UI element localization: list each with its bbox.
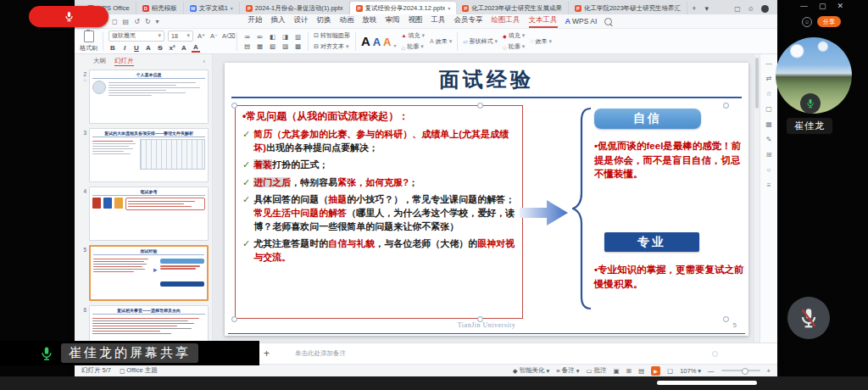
slide-thumbnail[interactable]: 复试的大体流程及各项安排——整理文件夹解析 xyxy=(89,128,209,182)
speaking-indicator-pill[interactable] xyxy=(29,6,108,27)
align-center-button[interactable]: ▦ xyxy=(255,42,264,50)
major-badge[interactable]: 专业 xyxy=(604,232,699,252)
menu-切换[interactable]: 切换 xyxy=(317,15,331,28)
confidence-badge[interactable]: 自信 xyxy=(594,109,701,129)
menu-审阅[interactable]: 审阅 xyxy=(386,15,400,28)
indent-decrease-button[interactable]: ◧ xyxy=(268,33,277,41)
menu-文本工具[interactable]: 文本工具 xyxy=(529,15,558,28)
zoom-level[interactable]: 107%▾ xyxy=(680,367,701,375)
text-fill-button[interactable]: ▲填充▾ xyxy=(402,31,425,40)
notes-placeholder[interactable]: 单击此处添加备注 xyxy=(295,349,346,358)
numbering-button[interactable]: ≕ xyxy=(255,33,264,41)
view-normal-button[interactable]: ▣ xyxy=(614,367,620,375)
align-text-button[interactable]: ⊟对齐文本▾ xyxy=(314,42,350,51)
add-slide-button[interactable]: + xyxy=(264,348,270,359)
undo-icon[interactable]: ↺ xyxy=(134,18,140,25)
text-preset-orange[interactable]: A xyxy=(383,36,391,48)
new-tab-button[interactable]: + xyxy=(687,2,700,14)
collapse-panel-button[interactable]: ‹ xyxy=(203,58,206,65)
slideshow-play-button[interactable]: ▶ xyxy=(651,366,660,376)
shape-style-button[interactable]: ▱形状样式▾ xyxy=(463,37,498,46)
document-tab[interactable]: P化工学院2023年硕士研究生培养汇 xyxy=(569,2,687,14)
bold-button[interactable]: B xyxy=(108,44,117,52)
menu-绘图工具[interactable]: 绘图工具 xyxy=(492,15,520,28)
right-arrow-shape[interactable] xyxy=(520,197,569,229)
fit-slide-button[interactable]: ▢ xyxy=(667,367,673,375)
char-spacing-button[interactable]: A xyxy=(144,44,153,52)
vertical-scrollbar[interactable] xyxy=(754,54,760,343)
font-name-select[interactable]: 微软雅黑▾ xyxy=(108,31,164,42)
notes-split-handle[interactable] xyxy=(712,351,718,357)
selection-handle[interactable] xyxy=(723,103,729,109)
brace-shape[interactable] xyxy=(572,107,593,310)
interface-layout-icon[interactable]: ▢ xyxy=(734,5,741,13)
notes-button[interactable]: ≡备注▾ xyxy=(556,366,579,375)
document-tab[interactable]: P化工2023年硕士研究生发展成果 xyxy=(456,2,569,14)
menu-动画[interactable]: 动画 xyxy=(340,15,354,28)
document-tab[interactable]: D稻壳模板 xyxy=(136,2,184,14)
slide-thumbnail[interactable]: 个人基本信息 xyxy=(89,70,209,124)
font-color-button[interactable]: A xyxy=(192,43,200,53)
print-icon[interactable]: ▤ xyxy=(123,18,130,25)
text-preset-blue[interactable]: A xyxy=(373,36,381,48)
meeting-avatar-icon[interactable]: ☺ xyxy=(802,17,812,27)
document-tab[interactable]: P复试经验分享2024.3.12.pptx▾ xyxy=(350,2,457,14)
indent-increase-button[interactable]: ◨ xyxy=(281,33,290,41)
save-icon[interactable]: ◻ xyxy=(112,18,118,25)
zoom-slider[interactable] xyxy=(721,370,760,371)
italic-button[interactable]: I xyxy=(120,44,129,52)
menu-开始[interactable]: 开始 xyxy=(248,15,263,28)
selection-handle[interactable] xyxy=(231,103,237,109)
decrease-font-button[interactable]: A⁻ xyxy=(209,32,219,40)
strikethrough-button[interactable]: S xyxy=(156,44,164,52)
superscript-button[interactable]: x² xyxy=(168,44,176,52)
meeting-maximize[interactable]: ▢ xyxy=(819,2,826,10)
document-tab[interactable]: W文字文稿1▾ xyxy=(184,2,240,14)
comments-button[interactable]: ▭批注 xyxy=(586,366,606,375)
smart-beautify-button[interactable]: ◆智能美化▾ xyxy=(513,366,550,375)
more-tools-icon[interactable]: ≡ xyxy=(767,181,771,189)
wps-ai-menu[interactable]: AWPS AI xyxy=(565,17,598,25)
zoom-slider-knob[interactable] xyxy=(742,368,748,375)
taskbar-active-item[interactable] xyxy=(657,381,757,385)
switch-panel-icon[interactable]: ⇄ xyxy=(766,75,772,82)
view-sorter-button[interactable]: ⊞ xyxy=(626,367,632,375)
search-icon[interactable] xyxy=(604,18,612,25)
selection-handle[interactable] xyxy=(477,103,483,109)
slide-5[interactable]: 面试经验 •常见问题（从我的面试流程谈起）： ✓简历（尤其参加的比赛、参与的科研… xyxy=(225,63,748,336)
menu-视图[interactable]: 视图 xyxy=(409,15,423,28)
justify-button[interactable]: ▨ xyxy=(281,42,290,50)
distribute-button[interactable]: ▩ xyxy=(293,42,303,50)
slide-thumbnail[interactable]: 面试经验▸ xyxy=(89,245,209,301)
shape-outline-button[interactable]: ◇轮廓▾ xyxy=(503,42,525,51)
paste-button[interactable]: 格式刷 xyxy=(80,31,97,53)
align-left-button[interactable]: ▤ xyxy=(242,42,252,50)
menu-工具[interactable]: 工具 xyxy=(431,15,446,28)
shape-effects-button[interactable]: ◌效果▾ xyxy=(530,37,552,46)
layout-grid-icon[interactable]: ⊞ xyxy=(766,151,772,159)
menu-设计[interactable]: 设计 xyxy=(294,15,309,28)
line-spacing-button[interactable]: ▥ xyxy=(293,33,303,41)
text-outline-button[interactable]: △轮廓▾ xyxy=(402,42,425,51)
annotate-icon[interactable]: ✎ xyxy=(766,136,772,143)
theme-indicator[interactable]: ◻Office 主题 xyxy=(120,366,158,375)
zoom-out-button[interactable]: — xyxy=(708,367,715,375)
redo-icon[interactable]: ↻ xyxy=(145,18,151,25)
align-right-button[interactable]: ▧ xyxy=(268,42,277,50)
skin-center-icon[interactable]: ☺ xyxy=(748,5,754,13)
account-avatar[interactable] xyxy=(761,5,769,13)
font-size-select[interactable]: 18▾ xyxy=(168,31,193,42)
menu-放映[interactable]: 放映 xyxy=(363,15,377,28)
share-button[interactable]: 分享 xyxy=(817,16,841,27)
favorites-icon[interactable]: ☆ xyxy=(765,90,771,98)
convert-smartart-button[interactable]: ⊡转智能图形 xyxy=(314,31,350,40)
slide-thumbnail[interactable]: 复试相关事宜——选择导师及去向 xyxy=(89,305,209,343)
increase-font-button[interactable]: A⁺ xyxy=(197,32,206,40)
tab-outline[interactable]: 大纲 xyxy=(93,57,106,65)
text-preset-black[interactable]: A xyxy=(361,34,370,48)
slide-text-box[interactable]: •常见问题（从我的面试流程谈起）： ✓简历（尤其参加的比赛、参与的科研）、成绩单… xyxy=(235,105,523,319)
menu-插入[interactable]: 插入 xyxy=(271,15,286,28)
design-gallery-icon[interactable]: ▦ xyxy=(765,120,772,128)
meeting-close[interactable]: ✕ xyxy=(837,2,844,10)
collapse-panel-icon[interactable]: — xyxy=(765,59,772,67)
